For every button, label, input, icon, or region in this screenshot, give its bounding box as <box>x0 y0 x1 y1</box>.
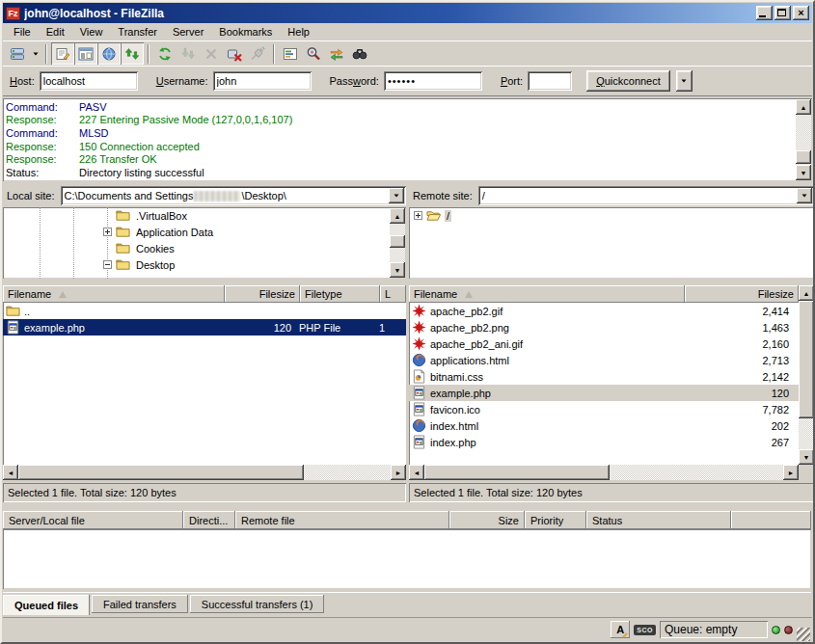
directory-comparison-button[interactable] <box>302 42 325 65</box>
minimize-button[interactable] <box>756 6 773 20</box>
tree-item[interactable]: Cookies <box>3 240 406 256</box>
file-row[interactable]: favicon.ico 7,782 <box>409 401 799 417</box>
local-path: C:\Documents and Settings\Desktop\ <box>65 190 286 201</box>
data-type-indicator-icon[interactable]: A <box>611 621 630 638</box>
disconnect-button[interactable] <box>223 42 246 65</box>
log-scrollbar[interactable]: ▲ ▼ <box>796 99 811 180</box>
scroll-up-button[interactable]: ▲ <box>796 99 811 115</box>
synchronized-browsing-button[interactable] <box>325 42 348 65</box>
queue-tab[interactable]: Queued files <box>3 595 90 615</box>
queue-column-header[interactable]: Server/Local file <box>3 511 183 529</box>
scroll-down-button[interactable]: ▼ <box>799 449 814 465</box>
toggle-queue-button[interactable] <box>121 42 144 65</box>
queue-column-header[interactable]: Size <box>449 511 525 529</box>
scrollbar-thumb[interactable] <box>799 301 814 418</box>
queue-tab[interactable]: Failed transfers <box>92 595 188 613</box>
site-manager-dropdown[interactable] <box>29 42 41 65</box>
local-hscrollbar[interactable]: ◄ ► <box>3 465 406 480</box>
file-row[interactable]: .. <box>3 303 406 319</box>
menu-item[interactable]: Bookmarks <box>211 24 280 40</box>
scroll-left-button[interactable]: ◄ <box>3 465 18 480</box>
site-manager-button[interactable] <box>6 42 29 65</box>
file-row[interactable]: bitnami.css 2,142 <box>409 368 799 385</box>
toggle-remote-tree-button[interactable] <box>97 42 121 65</box>
titlebar[interactable]: Fz john@localhost - FileZilla × <box>3 3 812 23</box>
queue-column-header[interactable] <box>731 511 811 529</box>
column-header[interactable]: L <box>380 285 406 303</box>
tree-item[interactable]: / <box>409 207 814 224</box>
scroll-left-button[interactable]: ◄ <box>409 465 424 480</box>
host-input[interactable] <box>40 71 138 91</box>
scroll-right-button[interactable]: ► <box>783 465 799 480</box>
column-header[interactable]: Filetype <box>300 285 380 303</box>
quickconnect-button[interactable]: Quickconnect <box>586 70 670 92</box>
menu-item[interactable]: File <box>6 24 39 40</box>
scroll-up-button[interactable]: ▲ <box>799 285 814 301</box>
queue-column-header[interactable]: Priority <box>525 511 586 529</box>
tree-item[interactable]: .VirtualBox <box>3 207 406 224</box>
file-row[interactable]: applications.html 2,713 <box>409 352 799 368</box>
scrollbar-thumb[interactable] <box>796 150 811 164</box>
scroll-down-button[interactable]: ▼ <box>796 165 811 180</box>
tree-expander[interactable] <box>414 211 422 220</box>
log-line: Response: 150 Connection accepted <box>6 140 793 153</box>
file-row[interactable]: apache_pb2_ani.gif 2,160 <box>409 335 799 352</box>
scroll-right-button[interactable]: ► <box>391 465 406 480</box>
queue-list[interactable] <box>3 529 811 589</box>
tree-expander[interactable] <box>103 228 112 236</box>
menu-item[interactable]: Help <box>280 24 317 40</box>
scrollbar-thumb[interactable] <box>18 465 304 480</box>
reconnect-button[interactable] <box>246 42 269 65</box>
process-queue-button[interactable] <box>177 42 200 65</box>
port-input[interactable] <box>528 71 572 91</box>
queue-column-header[interactable]: Directi... <box>183 511 235 529</box>
tree-item[interactable]: Desktop <box>3 256 406 273</box>
scroll-down-button[interactable]: ▼ <box>390 262 405 278</box>
menu-item[interactable]: Server <box>165 24 211 40</box>
username-input[interactable] <box>213 71 312 91</box>
queue-column-header[interactable]: Status <box>586 511 731 529</box>
tree-expander[interactable] <box>103 260 112 269</box>
maximize-button[interactable] <box>774 6 791 20</box>
quickconnect-dropdown[interactable] <box>676 70 693 92</box>
password-input[interactable] <box>384 71 482 91</box>
cancel-operation-button[interactable] <box>200 42 223 65</box>
filter-button[interactable] <box>279 42 302 65</box>
menu-item[interactable]: View <box>72 24 111 40</box>
file-row[interactable]: index.php 267 <box>409 434 799 450</box>
local-site-combobox[interactable]: C:\Documents and Settings\Desktop\ <box>61 186 406 205</box>
remote-site-combobox[interactable]: / <box>478 186 814 205</box>
menu-item[interactable]: Edit <box>39 24 72 40</box>
column-header[interactable]: Filename <box>3 285 225 303</box>
file-row[interactable]: example.php 120 PHP File 1 <box>3 319 406 335</box>
menu-item[interactable]: Transfer <box>110 24 165 40</box>
find-files-button[interactable] <box>348 42 371 65</box>
scroll-up-button[interactable]: ▲ <box>390 208 405 224</box>
file-row[interactable]: index.html 202 <box>409 417 799 434</box>
scrollbar-thumb[interactable] <box>390 235 405 248</box>
speed-limit-indicator-icon[interactable]: SCO <box>634 625 656 635</box>
file-size: 2,160 <box>698 338 799 350</box>
scrollbar-thumb[interactable] <box>424 465 610 480</box>
local-site-dropdown[interactable] <box>389 188 404 203</box>
local-tree-scrollbar[interactable]: ▲ ▼ <box>390 208 405 278</box>
remote-vscrollbar[interactable]: ▲ ▼ <box>799 285 814 465</box>
close-button[interactable]: × <box>793 6 809 20</box>
column-header[interactable]: Filename <box>409 285 685 303</box>
column-header[interactable]: Filesize <box>225 285 300 303</box>
queue-tab[interactable]: Successful transfers (1) <box>190 595 325 613</box>
file-row[interactable]: example.php 120 <box>409 385 799 401</box>
toggle-message-log-button[interactable] <box>51 42 74 65</box>
column-header[interactable]: Filesize <box>685 285 799 303</box>
file-row[interactable]: apache_pb2.png 1,463 <box>409 319 799 335</box>
toggle-local-tree-button[interactable] <box>74 42 97 65</box>
close-icon: × <box>793 6 809 20</box>
queue-column-header[interactable]: Remote file <box>235 511 449 529</box>
tree-item[interactable]: Application Data <box>3 224 406 240</box>
resize-grip[interactable] <box>797 628 810 641</box>
remote-hscrollbar[interactable]: ◄ ► <box>409 465 799 480</box>
file-row[interactable]: apache_pb2.gif 2,414 <box>409 303 799 319</box>
app-icon[interactable]: Fz <box>6 7 20 20</box>
refresh-button[interactable] <box>153 42 177 65</box>
remote-site-dropdown[interactable] <box>797 188 812 203</box>
